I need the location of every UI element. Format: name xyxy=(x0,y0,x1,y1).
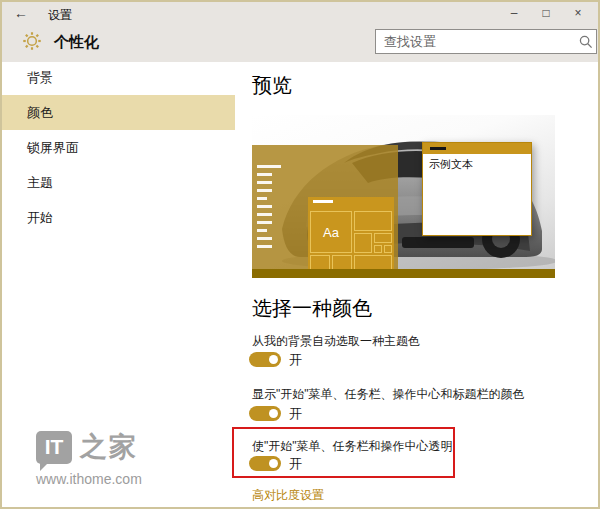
sample-flyout-window: 示例文本 xyxy=(422,142,532,236)
window-controls: – □ × xyxy=(498,2,594,24)
aa-tile: Aa xyxy=(310,211,352,253)
sidebar-item-themes[interactable]: 主题 xyxy=(2,165,235,200)
choose-color-heading: 选择一种颜色 xyxy=(252,295,372,322)
toggle-state-transparency: 开 xyxy=(289,456,302,471)
toggle-auto-accent[interactable] xyxy=(249,352,281,367)
search-icon[interactable] xyxy=(579,35,593,53)
sidebar-item-background[interactable]: 背景 xyxy=(2,60,235,95)
preview-heading: 预览 xyxy=(252,72,292,99)
settings-window: ← 设置 – □ × 个性化 xyxy=(0,0,600,509)
toggle-label-auto-accent: 从我的背景自动选取一种主题色 xyxy=(252,333,420,350)
ithome-watermark: IT 之家 www.ithome.com xyxy=(36,429,142,487)
toggle-label-transparency: 使"开始"菜单、任务栏和操作中心透明 xyxy=(252,438,453,455)
gear-icon xyxy=(22,31,42,55)
tile xyxy=(384,245,392,253)
sidebar-item-start[interactable]: 开始 xyxy=(2,200,235,235)
menu-line xyxy=(257,205,272,208)
ithome-url: www.ithome.com xyxy=(36,471,142,487)
high-contrast-settings-link[interactable]: 高对比度设置 xyxy=(252,487,324,504)
menu-line xyxy=(257,189,272,192)
toggle-thumb xyxy=(269,409,278,418)
tile xyxy=(354,233,372,253)
menu-line xyxy=(257,213,272,216)
taskbar-preview xyxy=(252,269,555,278)
sidebar-item-colors[interactable]: 颜色 xyxy=(2,95,235,130)
tile xyxy=(354,211,392,231)
menu-line xyxy=(257,245,272,248)
start-menu-app-list xyxy=(257,165,281,248)
sidebar: 背景 颜色 锁屏界面 主题 开始 xyxy=(2,60,235,235)
toggle-state-show-color: 开 xyxy=(289,406,302,421)
menu-line xyxy=(257,165,281,168)
menu-line xyxy=(257,181,272,184)
menu-line xyxy=(257,197,267,200)
flyout-titlebar xyxy=(423,143,531,154)
close-icon[interactable]: × xyxy=(562,2,594,24)
accent-preview-image: Aa 示例文本 xyxy=(252,115,555,278)
toggle-label-show-color: 显示"开始"菜单、任务栏、操作中心和标题栏的颜色 xyxy=(252,386,525,403)
toggle-transparency[interactable] xyxy=(249,456,281,471)
start-tiles-preview: Aa xyxy=(308,197,394,278)
toggle-state-auto-accent: 开 xyxy=(289,352,302,367)
maximize-icon[interactable]: □ xyxy=(530,2,562,24)
window-chrome: ← 设置 – □ × 个性化 xyxy=(2,2,598,62)
ithome-logo: IT 之家 xyxy=(36,429,142,465)
tile xyxy=(374,233,392,243)
start-menu-preview: Aa xyxy=(252,145,398,269)
search-input[interactable] xyxy=(375,29,597,54)
menu-line xyxy=(257,173,272,176)
toggle-show-color[interactable] xyxy=(249,406,281,421)
toggle-thumb xyxy=(269,355,278,364)
menu-line xyxy=(257,221,272,224)
window-title: 设置 xyxy=(48,7,72,24)
ithome-logo-icon: IT xyxy=(36,431,72,464)
minimize-icon[interactable]: – xyxy=(498,2,530,24)
ithome-logo-text: 之家 xyxy=(80,429,138,465)
back-arrow-icon[interactable]: ← xyxy=(14,5,28,21)
tile xyxy=(374,245,382,253)
menu-line xyxy=(257,229,267,232)
sample-text: 示例文本 xyxy=(423,154,531,175)
menu-line xyxy=(257,237,272,240)
tiles-header-dash xyxy=(313,200,333,203)
sidebar-item-lockscreen[interactable]: 锁屏界面 xyxy=(2,130,235,165)
toggle-thumb xyxy=(269,459,278,468)
page-title: 个性化 xyxy=(54,33,99,52)
flyout-menu-dash xyxy=(430,147,446,150)
